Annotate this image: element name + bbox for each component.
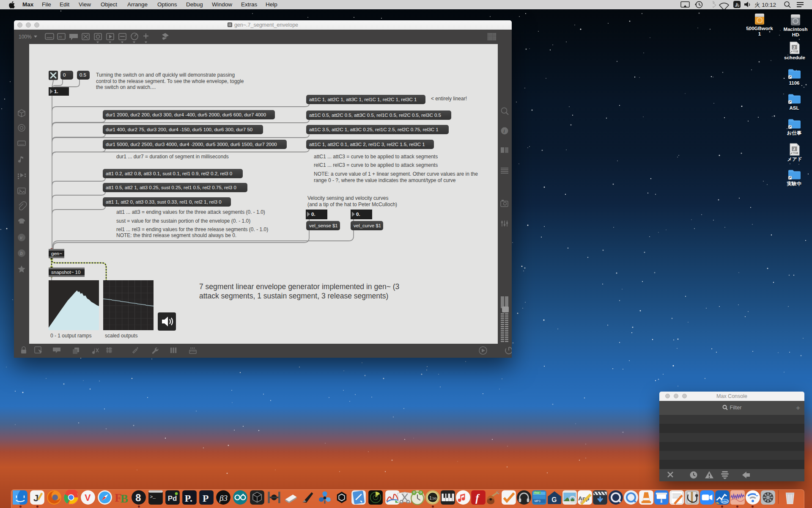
svg-text:Free: Free <box>535 491 540 494</box>
svg-text:intel: intel <box>722 500 728 503</box>
svg-text:β3: β3 <box>219 494 228 502</box>
svg-text:V: V <box>85 493 91 503</box>
svg-text:G: G <box>551 496 557 503</box>
svg-text:P: P <box>203 493 208 504</box>
svg-text:火 10:12: 火 10:12 <box>754 2 776 8</box>
svg-text:b: b <box>20 251 23 256</box>
svg-text:100%: 100% <box>19 34 32 40</box>
svg-text:m: m <box>59 35 62 39</box>
svg-text:あ: あ <box>735 2 740 7</box>
svg-text:1:00: 1:00 <box>429 496 437 500</box>
svg-text:B: B <box>121 492 128 505</box>
svg-text:>_: >_ <box>150 494 156 500</box>
svg-text:P.: P. <box>185 493 192 504</box>
svg-text:Pd: Pd <box>168 494 177 502</box>
svg-text:J: J <box>793 147 795 151</box>
svg-text:J: J <box>33 493 39 503</box>
svg-text:8: 8 <box>135 492 141 503</box>
svg-text:J: J <box>793 45 795 50</box>
svg-text:MP3: MP3 <box>535 500 540 502</box>
